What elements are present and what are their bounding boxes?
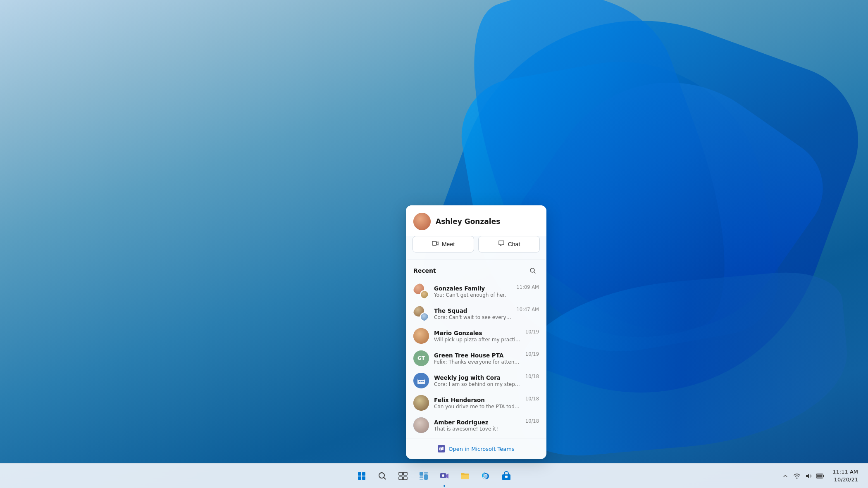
file-explorer-icon[interactable] (456, 467, 474, 485)
svg-rect-32 (823, 475, 824, 477)
teams-chat-taskbar-icon[interactable] (435, 467, 453, 485)
item-preview: Cora: I am so behind on my step goals. (434, 381, 520, 387)
item-name: Green Tree House PTA (434, 352, 520, 359)
chat-actions: Meet Chat (406, 236, 546, 259)
item-preview: You: Can't get enough of her. (434, 292, 511, 298)
svg-point-25 (442, 474, 444, 477)
item-content: Amber Rodriguez That is awesome! Love it… (434, 419, 520, 432)
svg-point-27 (484, 475, 488, 478)
clock-date: 10/20/21 (832, 476, 858, 483)
teams-chat-button[interactable] (435, 467, 453, 485)
recent-header: Recent (406, 259, 546, 280)
volume-icon[interactable] (804, 472, 813, 480)
user-name: Ashley Gonzales (436, 217, 500, 226)
desktop: Ashley Gonzales Meet Chat (0, 0, 868, 488)
item-content: Gonzales Family You: Can't get enough of… (434, 285, 511, 298)
chat-icon (498, 240, 505, 248)
svg-rect-3 (417, 378, 425, 380)
start-button[interactable] (353, 467, 371, 485)
list-item[interactable]: GT Green Tree House PTA Felix: Thanks ev… (409, 347, 543, 369)
item-time: 10/18 (525, 374, 539, 379)
recent-search-button[interactable] (527, 264, 539, 277)
svg-rect-11 (362, 472, 365, 476)
search-bar-icon[interactable] (373, 467, 391, 485)
store-button[interactable] (497, 467, 515, 485)
list-item[interactable]: The Squad Cora: Can't wait to see everyo… (409, 302, 543, 325)
taskbar-right: 11:11 AM 10/20/21 (778, 468, 868, 483)
item-name: Felix Henderson (434, 397, 520, 403)
chat-button-label: Chat (508, 241, 520, 248)
item-preview: Felix: Thanks everyone for attending tod… (434, 359, 520, 365)
meet-button-label: Meet (442, 241, 455, 248)
avatar (413, 328, 429, 344)
item-content: Mario Gonzales Will pick up pizza after … (434, 330, 520, 343)
avatar (413, 283, 429, 299)
avatar (413, 306, 429, 321)
list-item[interactable]: Mario Gonzales Will pick up pizza after … (409, 325, 543, 347)
chat-button[interactable]: Chat (478, 236, 540, 252)
avatar (413, 213, 431, 230)
task-view-icon[interactable] (394, 467, 412, 485)
list-item[interactable]: Weekly jog with Cora Cora: I am so behin… (409, 369, 543, 392)
list-item[interactable]: Gonzales Family You: Can't get enough of… (409, 280, 543, 302)
file-explorer-button[interactable] (456, 467, 474, 485)
svg-rect-21 (420, 476, 423, 478)
wifi-icon[interactable] (793, 472, 801, 480)
item-time: 10:47 AM (516, 307, 539, 312)
item-name: Gonzales Family (434, 285, 511, 292)
list-item[interactable]: Felix Henderson Can you drive me to the … (409, 392, 543, 414)
system-clock[interactable]: 11:11 AM 10/20/21 (829, 468, 861, 483)
item-preview: Cora: Can't wait to see everyone! (434, 314, 511, 320)
task-view-button[interactable] (394, 467, 412, 485)
svg-rect-16 (403, 472, 407, 475)
clock-time: 11:11 AM (832, 468, 858, 476)
item-preview: That is awesome! Love it! (434, 426, 520, 432)
avatar (413, 417, 429, 433)
item-content: Felix Henderson Can you drive me to the … (434, 397, 520, 409)
svg-rect-8 (422, 381, 424, 382)
chat-popup: Ashley Gonzales Meet Chat (406, 205, 546, 459)
item-name: Weekly jog with Cora (434, 374, 520, 381)
svg-rect-29 (505, 476, 508, 478)
store-icon[interactable] (497, 467, 515, 485)
edge-button[interactable] (477, 467, 495, 485)
svg-rect-18 (403, 477, 407, 480)
meet-icon (432, 240, 439, 248)
battery-icon[interactable] (816, 472, 824, 480)
widgets-button[interactable] (415, 467, 433, 485)
open-teams-button[interactable]: Open in Microsoft Teams (431, 443, 521, 455)
svg-rect-7 (421, 381, 422, 382)
svg-rect-20 (424, 472, 428, 474)
chat-header: Ashley Gonzales (406, 205, 546, 236)
chat-footer: Open in Microsoft Teams (406, 438, 546, 459)
list-item[interactable]: Amber Rodriguez That is awesome! Love it… (409, 414, 543, 436)
avatar (413, 395, 429, 411)
item-time: 11:09 AM (516, 284, 539, 290)
svg-rect-10 (358, 472, 361, 476)
teams-logo-icon (438, 445, 445, 452)
taskbar-center (353, 467, 515, 485)
svg-rect-4 (419, 376, 420, 378)
system-tray[interactable] (778, 472, 827, 480)
svg-rect-23 (420, 479, 423, 480)
svg-rect-33 (817, 474, 822, 477)
svg-rect-0 (432, 241, 436, 245)
search-button[interactable] (373, 467, 391, 485)
chevron-icon[interactable] (781, 472, 789, 480)
open-teams-label: Open in Microsoft Teams (448, 446, 514, 452)
svg-rect-6 (419, 381, 420, 382)
svg-rect-5 (422, 376, 423, 378)
svg-point-30 (796, 477, 798, 478)
edge-icon[interactable] (477, 467, 495, 485)
svg-rect-19 (420, 472, 423, 476)
avatar: GT (413, 350, 429, 366)
item-time: 10/19 (525, 329, 539, 335)
chat-list: Gonzales Family You: Can't get enough of… (406, 280, 546, 436)
item-preview: Will pick up pizza after my practice. (434, 337, 520, 343)
item-time: 10/18 (525, 396, 539, 402)
widgets-icon[interactable] (415, 467, 433, 485)
meet-button[interactable]: Meet (413, 236, 474, 252)
avatar (413, 373, 429, 388)
start-icon[interactable] (353, 467, 371, 485)
item-content: Weekly jog with Cora Cora: I am so behin… (434, 374, 520, 387)
